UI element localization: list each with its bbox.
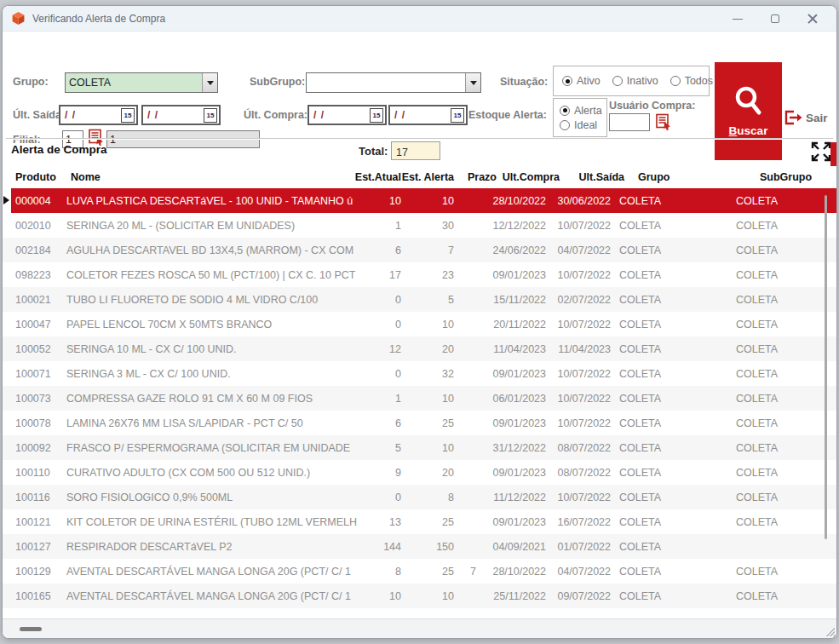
table-row[interactable]: 098223 COLETOR FEZES ROSCA 50 ML (PCT/10… <box>3 262 836 287</box>
cell-ult-compra: 25/11/2022 <box>476 584 546 608</box>
cell-est-alerta: 5 <box>401 287 454 312</box>
cell-ult-compra: 11/04/2023 <box>476 336 546 361</box>
cell-ult-saida: 10/07/2022 <box>546 386 611 411</box>
horizontal-scrollbar-thumb[interactable] <box>20 627 42 631</box>
cell-ult-saida: 16/07/2022 <box>546 509 611 534</box>
cell-prazo <box>454 312 476 336</box>
calendar-icon[interactable]: 15 <box>370 108 383 123</box>
col-header-grupo[interactable]: Grupo <box>611 166 726 188</box>
table-row[interactable]: 100116 SORO FISIOLOGICO 0,9% 500ML 0 8 1… <box>3 485 836 509</box>
cell-nome: AVENTAL DESCARTÁVEL MANGA LONGA 20G (PCT… <box>62 559 369 584</box>
table-row[interactable]: 100110 CURATIVO ADULTO (CX COM 500 OU 51… <box>3 460 836 485</box>
col-header-est-atual[interactable]: Est.Atual <box>369 166 401 188</box>
calendar-icon[interactable]: 15 <box>204 108 217 123</box>
col-header-produto[interactable]: Produto <box>11 166 62 188</box>
cell-est-atual: 10 <box>369 584 401 608</box>
calendar-icon[interactable]: 15 <box>451 108 464 123</box>
cell-grupo: COLETA <box>611 213 726 238</box>
radio-alerta[interactable]: Alerta <box>560 105 606 117</box>
table-row[interactable]: 100021 TUBO LI FLUORETO DE SODIO 4 ML VI… <box>3 287 836 312</box>
cell-nome: FRASCO P/ ESPERMOGRAMA (SOLICITAR EM UNI… <box>62 435 369 460</box>
table-row[interactable]: 002184 AGULHA DESCARTAVEL BD 13X4,5 (MAR… <box>3 238 836 262</box>
estoque-alerta-label: Estoque Alerta: <box>468 109 547 121</box>
vertical-scrollbar[interactable] <box>825 195 827 539</box>
radio-icon <box>562 76 572 86</box>
cell-est-atual: 5 <box>369 435 401 460</box>
window-controls <box>719 6 831 32</box>
cell-produto: 100073 <box>11 386 62 411</box>
cell-ult-compra: 31/12/2022 <box>476 435 546 460</box>
cell-est-atual: 144 <box>369 534 401 559</box>
table-row[interactable]: 100073 COMPRESSA GAZE ROLO 91 CM X 60 M … <box>3 386 836 411</box>
subgrupo-combobox[interactable] <box>306 72 481 93</box>
sair-button[interactable]: Sair <box>783 106 836 129</box>
col-header-est-alerta[interactable]: Est. Alerta <box>401 166 454 188</box>
cell-nome: SERINGA 20 ML - (SOLICITAR EM UNIDADES) <box>62 213 369 238</box>
buscar-button[interactable]: Buscar <box>715 62 782 160</box>
col-header-nome[interactable]: Nome <box>62 166 369 188</box>
cell-ult-saida: 10/07/2022 <box>546 411 611 435</box>
ult-compra-date-to[interactable]: / / 15 <box>388 105 468 125</box>
cell-ult-saida: 30/06/2022 <box>546 188 611 213</box>
table-row[interactable]: 100165 AVENTAL DESCARTÁVEL MANGA LONGA 2… <box>3 584 836 608</box>
table-row[interactable]: 100127 RESPIRADOR DESCARTáVEL P2 144 150… <box>3 534 836 559</box>
cell-produto: 100071 <box>11 361 62 386</box>
cell-subgrupo: COLETA <box>726 435 836 460</box>
cell-produto: 100078 <box>11 411 62 435</box>
usuario-lookup-icon[interactable] <box>655 113 672 131</box>
cell-nome: COLETOR FEZES ROSCA 50 ML (PCT/100) | CX… <box>62 262 369 287</box>
cell-grupo: COLETA <box>611 584 726 608</box>
horizontal-scrollbar-track[interactable] <box>3 618 836 638</box>
col-header-subgrupo[interactable]: SubGrupo <box>726 166 836 188</box>
table-row[interactable]: 100047 PAPEL LENCOL 70CM X 50MTS BRANCO … <box>3 312 836 336</box>
cell-grupo: COLETA <box>611 238 726 262</box>
cell-est-alerta: 8 <box>401 485 454 509</box>
radio-ideal[interactable]: Ideal <box>560 119 606 131</box>
cell-prazo <box>454 238 476 262</box>
chevron-down-icon[interactable] <box>202 73 217 92</box>
cell-ult-compra: 09/01/2023 <box>476 361 546 386</box>
resize-grip[interactable] <box>825 626 835 636</box>
cell-est-atual: 0 <box>369 312 401 336</box>
minimize-button[interactable] <box>719 7 756 31</box>
table-row[interactable]: 100078 LAMINA 26X76 MM LISA S/LAPIDAR - … <box>3 411 836 435</box>
cell-ult-saida: 01/07/2022 <box>546 534 611 559</box>
chevron-down-icon[interactable] <box>465 73 480 92</box>
table-row[interactable]: 100129 AVENTAL DESCARTÁVEL MANGA LONGA 2… <box>3 559 836 584</box>
cell-subgrupo: COLETA <box>726 287 836 312</box>
table-row[interactable]: 000004 LUVA PLASTICA DESCARTáVEL - 100 U… <box>3 188 836 213</box>
ult-compra-date-from[interactable]: / / 15 <box>307 105 387 125</box>
cell-prazo <box>454 386 476 411</box>
cell-est-alerta: 20 <box>401 460 454 485</box>
table-row[interactable]: 002010 SERINGA 20 ML - (SOLICITAR EM UNI… <box>3 213 836 238</box>
usuario-compra-input[interactable] <box>609 113 650 131</box>
ult-saida-date-to[interactable]: / / 15 <box>141 105 221 125</box>
expand-grid-icon[interactable] <box>810 141 832 163</box>
table-row[interactable]: 100071 SERINGA 3 ML - CX C/ 100 UNID. 0 … <box>3 361 836 386</box>
table-row[interactable]: 100121 KIT COLETOR DE URINA ESTÉRIL (TUB… <box>3 509 836 534</box>
cell-est-alerta: 10 <box>401 188 454 213</box>
radio-ativo[interactable]: Ativo <box>562 75 601 87</box>
ult-saida-date-from[interactable]: / / 15 <box>59 105 138 125</box>
calendar-icon[interactable]: 15 <box>121 108 135 123</box>
cell-subgrupo: COLETA <box>726 336 836 361</box>
close-button[interactable] <box>794 7 831 31</box>
table-row[interactable]: 100092 FRASCO P/ ESPERMOGRAMA (SOLICITAR… <box>3 435 836 460</box>
grupo-combobox[interactable]: COLETA <box>65 72 218 93</box>
cell-ult-compra: 11/12/2022 <box>476 485 546 509</box>
col-header-prazo[interactable]: Prazo <box>454 166 476 188</box>
cell-grupo: COLETA <box>611 509 726 534</box>
grupo-label: Grupo: <box>13 76 49 88</box>
cell-grupo: COLETA <box>611 534 726 559</box>
cell-grupo: COLETA <box>611 559 726 584</box>
table-row[interactable]: 100052 SERINGA 10 ML - CX C/ 100 UNID. 1… <box>3 336 836 361</box>
radio-todos[interactable]: Todos <box>670 75 713 87</box>
cell-nome: COMPRESSA GAZE ROLO 91 CM X 60 M 09 FIOS <box>62 386 369 411</box>
maximize-button[interactable] <box>756 7 794 31</box>
separator <box>6 138 833 140</box>
cell-prazo <box>454 460 476 485</box>
cell-prazo <box>454 435 476 460</box>
radio-inativo[interactable]: Inativo <box>612 75 658 87</box>
cell-grupo: COLETA <box>611 460 726 485</box>
cell-est-atual: 0 <box>369 485 401 509</box>
